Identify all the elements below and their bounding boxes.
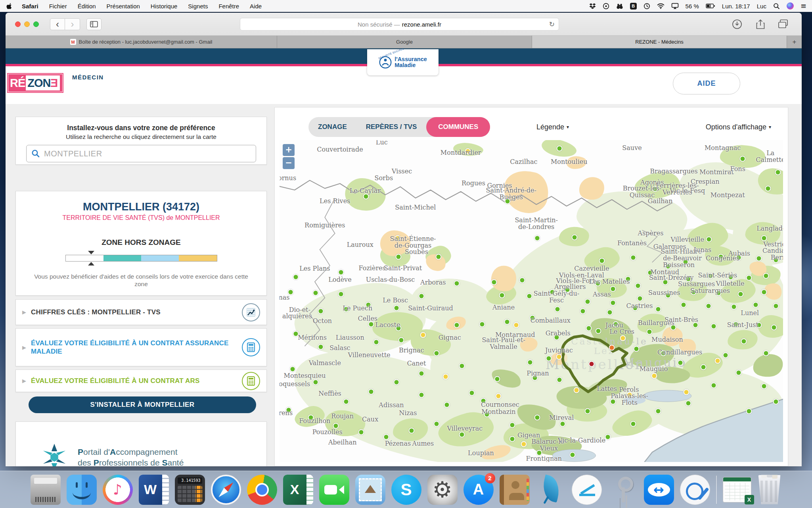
- menu-signets[interactable]: Signets: [188, 3, 208, 10]
- tab-google[interactable]: Google: [277, 36, 532, 48]
- dropbox-icon[interactable]: [589, 3, 596, 10]
- menu-fenetre[interactable]: Fenêtre: [218, 3, 239, 10]
- battery-icon: [706, 3, 715, 9]
- dock-app-store-icon[interactable]: A2: [463, 475, 494, 505]
- back-button[interactable]: ‹: [50, 18, 65, 30]
- zone-scale: [65, 251, 217, 266]
- tab-rezone[interactable]: REZONE - Médecins: [532, 36, 787, 48]
- reload-icon[interactable]: ↻: [549, 20, 555, 28]
- panel-contrat-am-label: ÉVALUEZ VOTRE ÉLIGIBILITÉ À UN CONTRAT A…: [31, 339, 242, 356]
- dock-itunes-icon[interactable]: ♪: [103, 475, 133, 505]
- menu-edition[interactable]: Édition: [78, 3, 96, 10]
- tab-gmail-label: Boîte de réception - luc.jacobduvernet@g…: [79, 39, 213, 45]
- minimize-window-button[interactable]: [24, 21, 30, 27]
- brand-line2: Maladie: [395, 62, 427, 68]
- zoom-in-button[interactable]: +: [283, 144, 295, 156]
- dock: ♪ W 3.141593 X S ⚙ A2 ↔ X: [0, 471, 812, 508]
- new-tab-button[interactable]: +: [787, 36, 802, 48]
- legend-dropdown[interactable]: Légende ▾: [536, 117, 569, 137]
- dock-keychain-icon[interactable]: [608, 475, 638, 505]
- menu-safari[interactable]: Safari: [22, 3, 38, 10]
- tab-overview-button[interactable]: [778, 19, 788, 30]
- address-bar[interactable]: Non sécurisé — rezone.ameli.fr ↻: [240, 18, 559, 31]
- zoom-out-button[interactable]: −: [283, 157, 295, 169]
- commune-search-input[interactable]: [26, 145, 256, 162]
- dock-word-icon[interactable]: W: [139, 475, 169, 505]
- apple-menu-icon[interactable]: [6, 3, 12, 10]
- dock-finder-icon[interactable]: [67, 475, 97, 505]
- panel-contrat-ars-label: ÉVALUEZ VOTRE ÉLIGIBILITÉ À UN CONTRAT A…: [31, 377, 242, 385]
- rezone-logo[interactable]: RÉ ZON E: [7, 73, 63, 93]
- display-options-dropdown[interactable]: Options d'affichage ▾: [706, 117, 771, 137]
- dock-timer-utility-icon[interactable]: [680, 475, 710, 505]
- assurance-maladie-logo[interactable]: SÉCURITÉ SOCIALE l'Assurance Maladie: [367, 49, 439, 75]
- product-label: MÉDECIN: [72, 74, 104, 81]
- dock-trash-icon[interactable]: [757, 475, 782, 504]
- tab-rezone-label: REZONE - Médecins: [635, 39, 683, 45]
- dock-safari-icon[interactable]: [211, 475, 241, 505]
- share-button[interactable]: [756, 19, 765, 31]
- menu-fichier[interactable]: Fichier: [49, 3, 67, 10]
- zone-note: Vous pouvez bénéficier d'aides et de con…: [31, 273, 251, 288]
- panel-chiffres-cles[interactable]: ▶ CHIFFRES CLÉS : MONTPELLIER - TVS: [15, 299, 267, 325]
- dock-excel-icon[interactable]: X: [283, 475, 313, 505]
- zone-marker-top: [88, 251, 94, 254]
- wifi-icon[interactable]: [657, 3, 665, 9]
- tab-reperes-tvs[interactable]: REPÈRES / TVS: [356, 117, 426, 137]
- dock-calculator-icon[interactable]: 3.141593: [175, 475, 205, 505]
- dock-skype-icon[interactable]: S: [391, 475, 421, 505]
- chevron-right-icon: ▶: [22, 309, 26, 315]
- install-button[interactable]: S'INSTALLER À MONTPELLIER: [29, 396, 256, 413]
- search-title: Installez-vous dans votre zone de préfér…: [26, 124, 256, 132]
- menu-presentation[interactable]: Présentation: [107, 3, 140, 10]
- tab-communes[interactable]: COMMUNES: [426, 117, 490, 137]
- siri-icon[interactable]: [787, 2, 794, 10]
- search-subtitle: Utilisez la recherche ou cliquez directe…: [26, 133, 256, 140]
- close-window-button[interactable]: [15, 21, 21, 27]
- map-canvas[interactable]: MontpellierMauguioCastelnau-leLez Couver…: [280, 140, 783, 462]
- spotlight-icon[interactable]: [773, 3, 780, 10]
- shield-app-icon[interactable]: [603, 3, 609, 10]
- logo-zon: ZON: [27, 77, 50, 90]
- dock-scanner-app-icon[interactable]: [572, 475, 602, 505]
- legend-label: Légende: [536, 123, 564, 131]
- sidebar-toggle-button[interactable]: [86, 18, 102, 30]
- dock-excel-document-icon[interactable]: X: [723, 477, 751, 502]
- forward-button[interactable]: ›: [65, 18, 80, 30]
- aide-button[interactable]: AIDE: [673, 73, 740, 94]
- panel-contrat-ars[interactable]: ▶ ÉVALUEZ VOTRE ÉLIGIBILITÉ À UN CONTRAT…: [15, 369, 267, 392]
- menu-aide[interactable]: Aide: [250, 3, 262, 10]
- dock-contacts-icon[interactable]: [500, 475, 530, 505]
- logo-reversed-e: E: [51, 77, 58, 90]
- dock-mail-icon[interactable]: [355, 475, 385, 505]
- portal-card[interactable]: Portail d'Accompagnement des Professionn…: [15, 421, 267, 466]
- dock-external-drive-icon[interactable]: [31, 475, 61, 505]
- dock-facetime-icon[interactable]: [319, 475, 349, 505]
- zoom-window-button[interactable]: [33, 21, 39, 27]
- dock-teamviewer-icon[interactable]: ↔: [644, 475, 674, 505]
- montpellier-outline: [563, 336, 627, 392]
- tab-zonage[interactable]: ZONAGE: [308, 117, 356, 137]
- brand-line1: l'Assurance: [395, 56, 427, 62]
- tab-gmail[interactable]: M Boîte de réception - luc.jacobduvernet…: [6, 36, 277, 48]
- portal-star-logo: [40, 443, 69, 466]
- time-machine-icon[interactable]: [643, 3, 650, 10]
- calculator-icon-green: [242, 372, 260, 390]
- dock-feather-app-icon[interactable]: [536, 475, 566, 505]
- calculator-icon-blue: [242, 338, 260, 356]
- panel-contrat-assurance-maladie[interactable]: ▶ ÉVALUEZ VOTRE ÉLIGIBILITÉ À UN CONTRAT…: [15, 328, 267, 366]
- menu-historique[interactable]: Historique: [151, 3, 178, 10]
- dock-chrome-icon[interactable]: [247, 475, 277, 505]
- b-utility-icon[interactable]: B: [630, 3, 637, 10]
- commune-title: MONTPELLIER (34172): [16, 201, 266, 213]
- security-label: Non sécurisé —: [358, 21, 400, 28]
- binoculars-icon[interactable]: [616, 3, 623, 10]
- downloads-button[interactable]: [732, 19, 742, 31]
- airplay-display-icon[interactable]: [671, 3, 679, 9]
- dock-system-preferences-icon[interactable]: ⚙: [427, 475, 458, 505]
- notification-center-icon[interactable]: ≡: [801, 2, 806, 10]
- safari-window: ‹ › Non sécurisé — rezone.ameli.fr ↻ M B…: [6, 13, 802, 466]
- menu-clock[interactable]: Lun. 18:17: [722, 3, 750, 10]
- user-name[interactable]: Luc: [757, 3, 766, 10]
- calculator-display: 3.141593: [178, 477, 202, 484]
